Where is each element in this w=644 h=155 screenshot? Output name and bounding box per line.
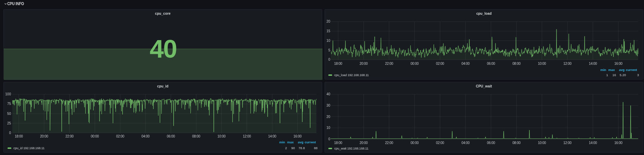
svg-text:08:00: 08:00 [512, 62, 520, 65]
svg-text:14:00: 14:00 [589, 62, 597, 65]
svg-text:10:00: 10:00 [218, 134, 226, 138]
svg-text:20:00: 20:00 [360, 141, 368, 145]
svg-text:08:00: 08:00 [192, 134, 200, 138]
svg-text:12:00: 12:00 [243, 134, 251, 138]
svg-text:00:00: 00:00 [410, 62, 419, 65]
svg-text:04:00: 04:00 [141, 134, 150, 138]
svg-text:0: 0 [328, 58, 330, 61]
svg-text:02:00: 02:00 [436, 141, 444, 145]
svg-text:20: 20 [326, 115, 330, 119]
svg-text:10:00: 10:00 [538, 62, 546, 65]
svg-text:50: 50 [7, 112, 11, 116]
svg-text:10:00: 10:00 [538, 141, 546, 145]
svg-text:16:00: 16:00 [293, 134, 302, 138]
svg-text:18:00: 18:00 [15, 134, 23, 138]
svg-text:02:00: 02:00 [116, 134, 124, 138]
svg-text:04:00: 04:00 [461, 62, 470, 65]
svg-text:5: 5 [328, 48, 330, 52]
svg-text:20: 20 [326, 20, 330, 23]
svg-text:22:00: 22:00 [385, 141, 393, 145]
svg-text:100: 100 [5, 92, 11, 96]
svg-text:18:00: 18:00 [334, 62, 342, 65]
svg-text:0: 0 [9, 131, 11, 135]
svg-text:75: 75 [7, 102, 11, 106]
svg-text:12:00: 12:00 [563, 141, 572, 145]
svg-text:22:00: 22:00 [66, 134, 74, 138]
svg-text:10: 10 [326, 126, 330, 130]
svg-text:06:00: 06:00 [487, 62, 495, 65]
svg-text:0: 0 [328, 137, 330, 141]
svg-text:14:00: 14:00 [589, 141, 597, 145]
svg-text:16:00: 16:00 [614, 141, 622, 145]
svg-text:08:00: 08:00 [512, 141, 520, 145]
svg-text:22:00: 22:00 [385, 62, 393, 65]
svg-text:15: 15 [326, 29, 330, 33]
svg-text:18:00: 18:00 [334, 141, 342, 145]
svg-text:00:00: 00:00 [91, 134, 99, 138]
svg-text:16:00: 16:00 [614, 62, 622, 65]
svg-text:04:00: 04:00 [461, 141, 470, 145]
svg-text:40: 40 [326, 92, 330, 96]
svg-text:20:00: 20:00 [360, 62, 368, 65]
svg-text:10: 10 [326, 39, 330, 43]
svg-text:02:00: 02:00 [436, 62, 444, 65]
svg-text:25: 25 [7, 121, 11, 125]
svg-text:06:00: 06:00 [487, 141, 495, 145]
svg-text:12:00: 12:00 [563, 62, 572, 65]
svg-text:30: 30 [326, 104, 330, 107]
svg-text:14:00: 14:00 [268, 134, 277, 138]
svg-text:20:00: 20:00 [40, 134, 48, 138]
svg-text:00:00: 00:00 [410, 141, 419, 145]
svg-text:06:00: 06:00 [167, 134, 175, 138]
